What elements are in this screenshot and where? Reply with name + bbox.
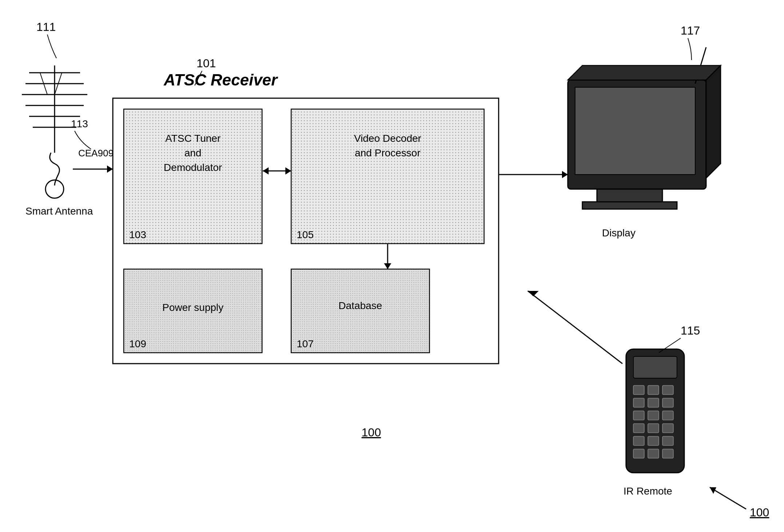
svg-rect-74 <box>648 449 659 458</box>
svg-text:105: 105 <box>297 229 314 240</box>
svg-rect-66 <box>662 411 673 420</box>
svg-text:107: 107 <box>297 338 314 349</box>
svg-text:Video Decoder: Video Decoder <box>354 133 421 144</box>
svg-text:and Processor: and Processor <box>355 147 421 159</box>
svg-text:ATSC Receiver: ATSC Receiver <box>163 71 278 89</box>
svg-rect-46 <box>575 87 695 175</box>
svg-text:and: and <box>185 147 202 159</box>
svg-text:109: 109 <box>129 338 146 349</box>
svg-rect-59 <box>648 385 659 395</box>
svg-rect-67 <box>633 424 644 433</box>
svg-rect-75 <box>662 449 673 458</box>
svg-text:Database: Database <box>338 300 382 311</box>
svg-rect-30 <box>291 109 484 244</box>
svg-rect-65 <box>648 411 659 420</box>
svg-text:100: 100 <box>750 506 769 519</box>
svg-text:117: 117 <box>681 24 700 37</box>
svg-text:Display: Display <box>602 227 635 239</box>
svg-rect-57 <box>633 356 677 378</box>
svg-rect-64 <box>633 411 644 420</box>
svg-rect-69 <box>662 424 673 433</box>
svg-rect-63 <box>662 398 673 407</box>
svg-text:IR Remote: IR Remote <box>623 485 672 497</box>
svg-text:Power supply: Power supply <box>162 302 223 313</box>
svg-text:CEA909: CEA909 <box>78 148 114 159</box>
svg-rect-22 <box>124 109 262 244</box>
svg-text:100: 100 <box>361 426 381 439</box>
svg-rect-61 <box>633 398 644 407</box>
diagram-container: 111 113 CEA909 Smart Antenna ATSC Receiv… <box>0 0 784 532</box>
svg-text:Smart Antenna: Smart Antenna <box>25 205 93 217</box>
svg-text:101: 101 <box>197 57 216 70</box>
svg-rect-48 <box>582 202 677 209</box>
svg-rect-58 <box>633 385 644 395</box>
svg-text:ATSC Tuner: ATSC Tuner <box>165 133 221 144</box>
svg-marker-53 <box>706 65 721 178</box>
svg-rect-68 <box>648 424 659 433</box>
svg-text:Demodulator: Demodulator <box>164 162 222 173</box>
svg-rect-62 <box>648 398 659 407</box>
svg-rect-60 <box>662 385 673 395</box>
svg-text:103: 103 <box>129 229 146 240</box>
svg-rect-72 <box>662 436 673 445</box>
svg-rect-73 <box>633 449 644 458</box>
svg-text:111: 111 <box>36 20 56 33</box>
svg-marker-52 <box>568 65 721 80</box>
svg-text:113: 113 <box>71 118 88 129</box>
svg-rect-71 <box>648 436 659 445</box>
svg-text:115: 115 <box>681 324 700 337</box>
svg-rect-70 <box>633 436 644 445</box>
